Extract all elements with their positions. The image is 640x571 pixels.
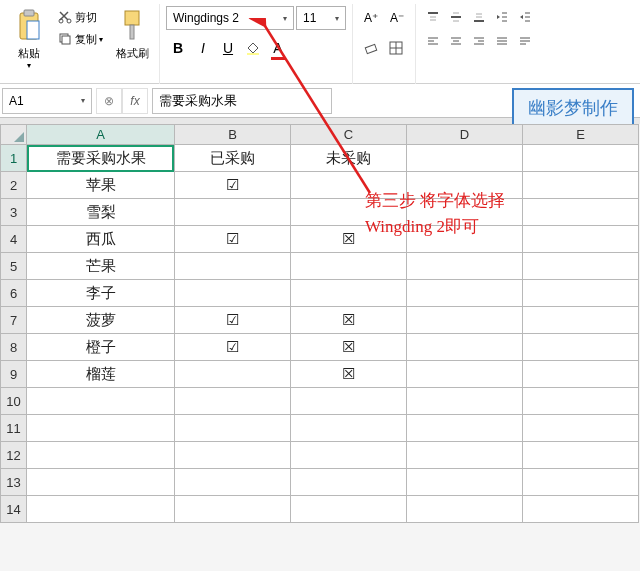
- cell-D8[interactable]: [407, 334, 523, 361]
- cell-C12[interactable]: [291, 442, 407, 469]
- cell-D13[interactable]: [407, 469, 523, 496]
- cell-A9[interactable]: 榴莲: [27, 361, 175, 388]
- cancel-entry-button[interactable]: ⊗: [96, 88, 122, 114]
- cell-C11[interactable]: [291, 415, 407, 442]
- formula-input[interactable]: 需要采购水果: [152, 88, 332, 114]
- row-header[interactable]: 4: [1, 226, 27, 253]
- name-box[interactable]: A1 ▾: [2, 88, 92, 114]
- col-header-A[interactable]: A: [27, 125, 175, 145]
- row-header[interactable]: 5: [1, 253, 27, 280]
- cell-E5[interactable]: [523, 253, 639, 280]
- cell-D10[interactable]: [407, 388, 523, 415]
- cell-E9[interactable]: [523, 361, 639, 388]
- cell-C8[interactable]: ☒: [291, 334, 407, 361]
- col-header-C[interactable]: C: [291, 125, 407, 145]
- clear-format-button[interactable]: [359, 36, 383, 60]
- cell-A6[interactable]: 李子: [27, 280, 175, 307]
- grow-font-button[interactable]: A⁺: [359, 6, 383, 30]
- cell-A2[interactable]: 苹果: [27, 172, 175, 199]
- cut-button[interactable]: 剪切: [54, 6, 107, 28]
- align-right-button[interactable]: [468, 30, 490, 52]
- cell-A3[interactable]: 雪梨: [27, 199, 175, 226]
- cell-C14[interactable]: [291, 496, 407, 523]
- decrease-indent-button[interactable]: [491, 6, 513, 28]
- row-header[interactable]: 7: [1, 307, 27, 334]
- cell-E2[interactable]: [523, 172, 639, 199]
- cell-E4[interactable]: [523, 226, 639, 253]
- cell-A4[interactable]: 西瓜: [27, 226, 175, 253]
- cell-C7[interactable]: ☒: [291, 307, 407, 334]
- cell-B8[interactable]: ☑: [175, 334, 291, 361]
- cell-C5[interactable]: [291, 253, 407, 280]
- cell-B9[interactable]: [175, 361, 291, 388]
- row-header[interactable]: 10: [1, 388, 27, 415]
- cell-C9[interactable]: ☒: [291, 361, 407, 388]
- cell-D1[interactable]: [407, 145, 523, 172]
- cell-D11[interactable]: [407, 415, 523, 442]
- align-left-button[interactable]: [422, 30, 444, 52]
- cell-D5[interactable]: [407, 253, 523, 280]
- col-header-D[interactable]: D: [407, 125, 523, 145]
- cell-D12[interactable]: [407, 442, 523, 469]
- align-top-button[interactable]: [422, 6, 444, 28]
- cell-A13[interactable]: [27, 469, 175, 496]
- cell-A1[interactable]: 需要采购水果: [27, 145, 175, 172]
- fx-button[interactable]: fx: [122, 88, 148, 114]
- cell-A8[interactable]: 橙子: [27, 334, 175, 361]
- paste-button[interactable]: 粘贴 ▾: [8, 6, 50, 80]
- cell-B4[interactable]: ☑: [175, 226, 291, 253]
- format-painter-button[interactable]: 格式刷: [111, 6, 153, 61]
- row-header[interactable]: 1: [1, 145, 27, 172]
- cell-E7[interactable]: [523, 307, 639, 334]
- font-color-button[interactable]: A: [266, 36, 290, 60]
- shrink-font-button[interactable]: A⁻: [385, 6, 409, 30]
- font-size-select[interactable]: 11 ▾: [296, 6, 346, 30]
- cell-D6[interactable]: [407, 280, 523, 307]
- cell-D7[interactable]: [407, 307, 523, 334]
- row-header[interactable]: 12: [1, 442, 27, 469]
- cell-B1[interactable]: 已采购: [175, 145, 291, 172]
- cell-B7[interactable]: ☑: [175, 307, 291, 334]
- row-header[interactable]: 14: [1, 496, 27, 523]
- copy-button[interactable]: 复制 ▾: [54, 28, 107, 50]
- cell-E11[interactable]: [523, 415, 639, 442]
- fill-color-button[interactable]: [241, 36, 265, 60]
- cell-C13[interactable]: [291, 469, 407, 496]
- bold-button[interactable]: B: [166, 36, 190, 60]
- cell-E3[interactable]: [523, 199, 639, 226]
- row-header[interactable]: 11: [1, 415, 27, 442]
- cell-B11[interactable]: [175, 415, 291, 442]
- italic-button[interactable]: I: [191, 36, 215, 60]
- cell-B13[interactable]: [175, 469, 291, 496]
- cell-E12[interactable]: [523, 442, 639, 469]
- cell-B2[interactable]: ☑: [175, 172, 291, 199]
- cell-C6[interactable]: [291, 280, 407, 307]
- row-header[interactable]: 2: [1, 172, 27, 199]
- select-all-corner[interactable]: [1, 125, 27, 145]
- cell-B5[interactable]: [175, 253, 291, 280]
- row-header[interactable]: 3: [1, 199, 27, 226]
- row-header[interactable]: 9: [1, 361, 27, 388]
- cell-C10[interactable]: [291, 388, 407, 415]
- cell-B12[interactable]: [175, 442, 291, 469]
- increase-indent-button[interactable]: [514, 6, 536, 28]
- cell-B3[interactable]: [175, 199, 291, 226]
- align-bottom-button[interactable]: [468, 6, 490, 28]
- cell-E14[interactable]: [523, 496, 639, 523]
- borders-button[interactable]: [384, 36, 408, 60]
- cell-A7[interactable]: 菠萝: [27, 307, 175, 334]
- cell-B10[interactable]: [175, 388, 291, 415]
- underline-button[interactable]: U: [216, 36, 240, 60]
- cell-E6[interactable]: [523, 280, 639, 307]
- cell-B14[interactable]: [175, 496, 291, 523]
- cell-D14[interactable]: [407, 496, 523, 523]
- align-center-button[interactable]: [445, 30, 467, 52]
- cell-A12[interactable]: [27, 442, 175, 469]
- align-middle-button[interactable]: [445, 6, 467, 28]
- col-header-B[interactable]: B: [175, 125, 291, 145]
- cell-E13[interactable]: [523, 469, 639, 496]
- cell-D9[interactable]: [407, 361, 523, 388]
- cell-C1[interactable]: 未采购: [291, 145, 407, 172]
- cell-A5[interactable]: 芒果: [27, 253, 175, 280]
- cell-E8[interactable]: [523, 334, 639, 361]
